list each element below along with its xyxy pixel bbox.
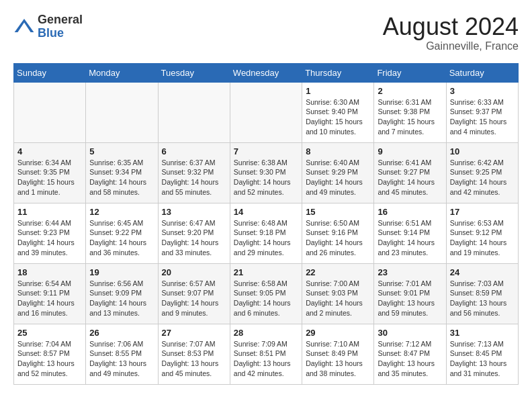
- day-number: 15: [306, 207, 370, 217]
- day-header-monday: Monday: [86, 63, 158, 82]
- day-info: Sunrise: 6:47 AMSunset: 9:20 PMDaylight:…: [162, 218, 226, 258]
- calendar-cell: 11Sunrise: 6:44 AMSunset: 9:23 PMDayligh…: [14, 203, 86, 263]
- calendar-cell: 17Sunrise: 6:53 AMSunset: 9:12 PMDayligh…: [446, 203, 518, 263]
- calendar-cell: 15Sunrise: 6:50 AMSunset: 9:16 PMDayligh…: [302, 203, 374, 263]
- day-header-saturday: Saturday: [446, 63, 518, 82]
- week-row-3: 11Sunrise: 6:44 AMSunset: 9:23 PMDayligh…: [14, 203, 519, 263]
- calendar-cell: 12Sunrise: 6:45 AMSunset: 9:22 PMDayligh…: [86, 203, 158, 263]
- day-number: 16: [378, 207, 442, 217]
- day-info: Sunrise: 6:50 AMSunset: 9:16 PMDaylight:…: [306, 218, 370, 258]
- day-header-tuesday: Tuesday: [158, 63, 230, 82]
- day-number: 23: [378, 267, 442, 277]
- day-number: 5: [89, 146, 154, 156]
- day-number: 26: [89, 328, 154, 338]
- day-info: Sunrise: 7:10 AMSunset: 8:49 PMDaylight:…: [306, 339, 370, 379]
- day-info: Sunrise: 6:33 AMSunset: 9:37 PMDaylight:…: [450, 97, 515, 137]
- calendar-cell: 28Sunrise: 7:09 AMSunset: 8:51 PMDayligh…: [230, 324, 302, 384]
- day-number: 3: [450, 86, 515, 96]
- day-number: 2: [378, 86, 442, 96]
- day-number: 13: [162, 207, 226, 217]
- day-header-friday: Friday: [374, 63, 446, 82]
- day-info: Sunrise: 7:13 AMSunset: 8:45 PMDaylight:…: [450, 339, 515, 379]
- calendar-cell: 8Sunrise: 6:40 AMSunset: 9:29 PMDaylight…: [302, 142, 374, 203]
- day-number: 31: [450, 328, 515, 338]
- day-info: Sunrise: 6:48 AMSunset: 9:18 PMDaylight:…: [234, 218, 298, 258]
- day-info: Sunrise: 7:07 AMSunset: 8:53 PMDaylight:…: [162, 339, 226, 379]
- day-header-thursday: Thursday: [302, 63, 374, 82]
- day-info: Sunrise: 6:37 AMSunset: 9:32 PMDaylight:…: [162, 158, 226, 197]
- calendar-cell: 21Sunrise: 6:58 AMSunset: 9:05 PMDayligh…: [230, 263, 302, 324]
- calendar-cell: 27Sunrise: 7:07 AMSunset: 8:53 PMDayligh…: [158, 324, 230, 384]
- calendar-cell: [158, 82, 230, 142]
- day-info: Sunrise: 6:57 AMSunset: 9:07 PMDaylight:…: [162, 279, 226, 318]
- day-info: Sunrise: 6:41 AMSunset: 9:27 PMDaylight:…: [378, 158, 442, 197]
- week-row-2: 4Sunrise: 6:34 AMSunset: 9:35 PMDaylight…: [14, 142, 519, 203]
- calendar-cell: 29Sunrise: 7:10 AMSunset: 8:49 PMDayligh…: [302, 324, 374, 384]
- day-number: 30: [378, 328, 442, 338]
- day-number: 19: [89, 267, 154, 277]
- day-number: 12: [89, 207, 154, 217]
- day-header-wednesday: Wednesday: [230, 63, 302, 82]
- day-number: 11: [17, 207, 82, 217]
- calendar-cell: 30Sunrise: 7:12 AMSunset: 8:47 PMDayligh…: [374, 324, 446, 384]
- day-info: Sunrise: 7:04 AMSunset: 8:57 PMDaylight:…: [17, 339, 82, 379]
- week-row-5: 25Sunrise: 7:04 AMSunset: 8:57 PMDayligh…: [14, 324, 519, 384]
- day-info: Sunrise: 6:35 AMSunset: 9:34 PMDaylight:…: [89, 158, 154, 197]
- calendar-cell: 19Sunrise: 6:56 AMSunset: 9:09 PMDayligh…: [86, 263, 158, 324]
- day-number: 17: [450, 207, 515, 217]
- day-info: Sunrise: 6:45 AMSunset: 9:22 PMDaylight:…: [89, 218, 154, 258]
- calendar-cell: 22Sunrise: 7:00 AMSunset: 9:03 PMDayligh…: [302, 263, 374, 324]
- calendar-cell: 4Sunrise: 6:34 AMSunset: 9:35 PMDaylight…: [14, 142, 86, 203]
- calendar-cell: 7Sunrise: 6:38 AMSunset: 9:30 PMDaylight…: [230, 142, 302, 203]
- day-number: 27: [162, 328, 226, 338]
- day-number: 22: [306, 267, 370, 277]
- calendar-cell: 3Sunrise: 6:33 AMSunset: 9:37 PMDaylight…: [446, 82, 518, 142]
- day-number: 10: [450, 146, 515, 156]
- calendar-cell: 13Sunrise: 6:47 AMSunset: 9:20 PMDayligh…: [158, 203, 230, 263]
- day-info: Sunrise: 6:58 AMSunset: 9:05 PMDaylight:…: [234, 279, 298, 318]
- day-number: 29: [306, 328, 370, 338]
- calendar-cell: 25Sunrise: 7:04 AMSunset: 8:57 PMDayligh…: [14, 324, 86, 384]
- logo-icon: [13, 16, 35, 38]
- logo-general-text: General: [38, 13, 83, 27]
- calendar-cell: 20Sunrise: 6:57 AMSunset: 9:07 PMDayligh…: [158, 263, 230, 324]
- day-info: Sunrise: 7:06 AMSunset: 8:55 PMDaylight:…: [89, 339, 154, 379]
- day-info: Sunrise: 6:51 AMSunset: 9:14 PMDaylight:…: [378, 218, 442, 258]
- day-header-sunday: Sunday: [14, 63, 86, 82]
- week-row-1: 1Sunrise: 6:30 AMSunset: 9:40 PMDaylight…: [14, 82, 519, 142]
- day-number: 4: [17, 146, 82, 156]
- day-info: Sunrise: 7:03 AMSunset: 8:59 PMDaylight:…: [450, 279, 515, 318]
- calendar-body: 1Sunrise: 6:30 AMSunset: 9:40 PMDaylight…: [14, 82, 519, 384]
- calendar-cell: [86, 82, 158, 142]
- day-info: Sunrise: 6:53 AMSunset: 9:12 PMDaylight:…: [450, 218, 515, 258]
- day-info: Sunrise: 7:01 AMSunset: 9:01 PMDaylight:…: [378, 279, 442, 318]
- calendar-cell: [230, 82, 302, 142]
- day-number: 1: [306, 86, 370, 96]
- calendar-cell: 14Sunrise: 6:48 AMSunset: 9:18 PMDayligh…: [230, 203, 302, 263]
- day-info: Sunrise: 7:09 AMSunset: 8:51 PMDaylight:…: [234, 339, 298, 379]
- calendar-cell: 18Sunrise: 6:54 AMSunset: 9:11 PMDayligh…: [14, 263, 86, 324]
- calendar-cell: 6Sunrise: 6:37 AMSunset: 9:32 PMDaylight…: [158, 142, 230, 203]
- calendar-cell: 24Sunrise: 7:03 AMSunset: 8:59 PMDayligh…: [446, 263, 518, 324]
- day-number: 14: [234, 207, 298, 217]
- day-info: Sunrise: 6:31 AMSunset: 9:38 PMDaylight:…: [378, 97, 442, 137]
- month-year: August 2024: [383, 13, 519, 40]
- calendar-cell: 31Sunrise: 7:13 AMSunset: 8:45 PMDayligh…: [446, 324, 518, 384]
- calendar-header: SundayMondayTuesdayWednesdayThursdayFrid…: [14, 63, 519, 82]
- calendar-cell: 5Sunrise: 6:35 AMSunset: 9:34 PMDaylight…: [86, 142, 158, 203]
- calendar-cell: 2Sunrise: 6:31 AMSunset: 9:38 PMDaylight…: [374, 82, 446, 142]
- week-row-4: 18Sunrise: 6:54 AMSunset: 9:11 PMDayligh…: [14, 263, 519, 324]
- day-number: 21: [234, 267, 298, 277]
- logo-blue-text: Blue: [38, 27, 83, 40]
- calendar-cell: 1Sunrise: 6:30 AMSunset: 9:40 PMDaylight…: [302, 82, 374, 142]
- day-info: Sunrise: 6:54 AMSunset: 9:11 PMDaylight:…: [17, 279, 82, 318]
- calendar-cell: 16Sunrise: 6:51 AMSunset: 9:14 PMDayligh…: [374, 203, 446, 263]
- day-number: 7: [234, 146, 298, 156]
- day-number: 24: [450, 267, 515, 277]
- page-header: General Blue August 2024 Gainneville, Fr…: [13, 13, 519, 52]
- logo-text: General Blue: [38, 13, 83, 40]
- day-info: Sunrise: 6:30 AMSunset: 9:40 PMDaylight:…: [306, 97, 370, 137]
- day-info: Sunrise: 6:44 AMSunset: 9:23 PMDaylight:…: [17, 218, 82, 258]
- day-info: Sunrise: 6:56 AMSunset: 9:09 PMDaylight:…: [89, 279, 154, 318]
- day-info: Sunrise: 6:40 AMSunset: 9:29 PMDaylight:…: [306, 158, 370, 197]
